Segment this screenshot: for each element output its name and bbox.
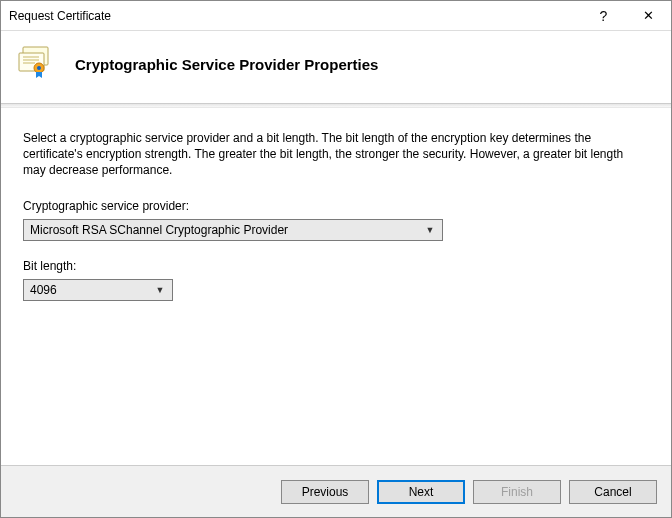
provider-dropdown[interactable]: Microsoft RSA SChannel Cryptographic Pro… [23, 219, 443, 241]
finish-button[interactable]: Finish [473, 480, 561, 504]
chevron-down-icon: ▼ [152, 285, 168, 295]
header: Cryptographic Service Provider Propertie… [1, 31, 671, 103]
chevron-down-icon: ▼ [422, 225, 438, 235]
previous-button[interactable]: Previous [281, 480, 369, 504]
help-button[interactable]: ? [581, 1, 626, 31]
description-text: Select a cryptographic service provider … [23, 130, 643, 179]
cancel-button[interactable]: Cancel [569, 480, 657, 504]
help-icon: ? [600, 8, 608, 24]
titlebar: Request Certificate ? ✕ [1, 1, 671, 31]
page-heading: Cryptographic Service Provider Propertie… [75, 56, 378, 73]
window-title: Request Certificate [9, 9, 111, 23]
bitlength-label: Bit length: [23, 259, 649, 273]
dialog-window: Request Certificate ? ✕ [0, 0, 672, 518]
bitlength-value: 4096 [30, 283, 57, 297]
provider-label: Cryptographic service provider: [23, 199, 649, 213]
button-bar: Previous Next Finish Cancel [1, 465, 671, 517]
svg-point-6 [37, 66, 41, 70]
next-button[interactable]: Next [377, 480, 465, 504]
close-icon: ✕ [643, 8, 654, 23]
bitlength-dropdown[interactable]: 4096 ▼ [23, 279, 173, 301]
content-area: Select a cryptographic service provider … [1, 108, 671, 465]
close-button[interactable]: ✕ [626, 1, 671, 31]
provider-value: Microsoft RSA SChannel Cryptographic Pro… [30, 223, 288, 237]
certificate-icon [17, 43, 59, 85]
